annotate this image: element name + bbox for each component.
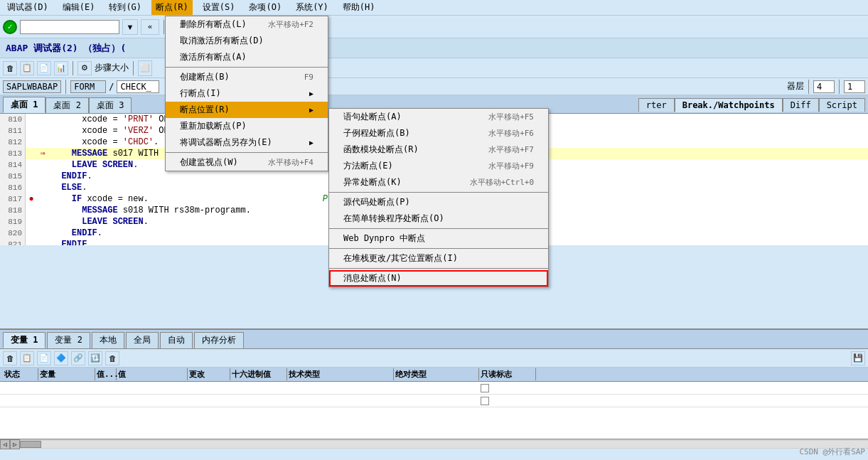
tab-extra-rter[interactable]: rter	[638, 98, 675, 112]
menu-line-bp[interactable]: 行断点(I) ▶	[166, 85, 328, 102]
submenu-sep1	[329, 192, 548, 193]
bottom-btn-delete[interactable]: 🗑	[3, 351, 17, 365]
submenu-method[interactable]: 方法断点(E) 水平移动+F9	[329, 158, 548, 174]
tab-desktop-1[interactable]: 桌面 1	[3, 97, 45, 113]
menu-reload[interactable]: 重新加载断点(P)	[166, 118, 328, 134]
sub-sep2	[133, 61, 134, 75]
submenu-simple-transform[interactable]: 在简单转换程序处断点(O)	[329, 210, 548, 227]
submenu-exception[interactable]: 异常处断点(K) 水平移动+Ctrl+0	[329, 174, 548, 191]
tab-variables-1[interactable]: 变量 1	[3, 332, 45, 348]
submenu-source[interactable]: 源代码处断点(P)	[329, 194, 548, 210]
sub-btn-2[interactable]: 📋	[20, 61, 34, 75]
sub-separator	[73, 61, 73, 75]
scroll-thumb[interactable]	[20, 441, 41, 448]
menu-sep2	[166, 152, 328, 153]
green-status-icon: ✓	[3, 20, 17, 34]
menubar-item-settings[interactable]: 设置(S)	[198, 0, 240, 15]
form-label-program: SAPLWBABAP	[3, 80, 61, 93]
scroll-left-btn[interactable]: ◁	[0, 439, 10, 449]
bottom-btn-4[interactable]: 🔷	[54, 351, 68, 365]
sub-btn-4[interactable]: 📊	[54, 61, 68, 75]
col-abs: 绝对类型	[394, 368, 479, 380]
sub-toolbar: 🗑 📋 📄 📊 ⚙ 步骤大小 ⬜	[0, 58, 868, 78]
app-title: ABAP 调试器(2) （独占）(	[0, 38, 868, 58]
layers-label: 器层	[787, 80, 804, 92]
menubar-item-debugger[interactable]: 调试器(D)	[3, 0, 53, 15]
table-row	[0, 382, 868, 395]
bottom-btn-6[interactable]: 🔃	[88, 351, 102, 365]
menu-bp-position[interactable]: 断点位置(R) ▶	[166, 102, 328, 118]
form-row: SAPLWBABAP FORM / CHECK_ 器层 4 1	[0, 78, 868, 95]
submenu-sep4	[329, 268, 548, 269]
submenu-message[interactable]: 消息处断点(N)	[329, 270, 548, 287]
bottom-btn-save[interactable]: 💾	[851, 351, 865, 365]
col-var: 变量	[38, 368, 95, 380]
scroll-track[interactable]	[20, 441, 868, 448]
menu-delete-all[interactable]: 删除所有断点(L) 水平移动+F2	[166, 16, 328, 33]
menu-create[interactable]: 创建断点(B) F9	[166, 69, 328, 85]
submenu-sep2	[329, 228, 548, 229]
menubar-item-breakpoint[interactable]: 断点(R)	[151, 0, 193, 15]
tab-memory[interactable]: 内存分析	[194, 332, 244, 348]
submenu-statement[interactable]: 语句处断点(A) 水平移动+F5	[329, 109, 548, 125]
menu-activate-all[interactable]: 激活所有断点(A)	[166, 49, 328, 65]
toolbar-separator1	[164, 20, 164, 34]
table-header: 状态 变量 值... 值 更改 十六进制值 技术类型 绝对类型 只读标志	[0, 368, 868, 382]
toolbar-input[interactable]	[20, 20, 119, 34]
form-sep3	[839, 80, 840, 94]
tab-break-watchpoints[interactable]: Break./Watchpoints	[675, 98, 783, 112]
table-row	[0, 395, 868, 407]
bottom-btn-7[interactable]: 🗑	[105, 351, 119, 365]
menubar-item-help[interactable]: 帮助(H)	[338, 0, 380, 15]
submenu-subroutine[interactable]: 子例程处断点(B) 水平移动+F6	[329, 125, 548, 141]
toolbar: ✓ ▼ « ⬛ ◁ ▷ 🖥 💾 ? ▦	[0, 16, 868, 38]
sub-btn-6[interactable]: ⬜	[138, 60, 152, 76]
form-label-form: FORM	[70, 80, 106, 93]
menubar-item-system[interactable]: 系统(Y)	[291, 0, 333, 15]
menubar: 调试器(D) 编辑(E) 转到(G) 断点(R) 设置(S) 杂项(O) 系统(…	[0, 0, 868, 16]
sub-btn-step[interactable]: ⚙	[77, 61, 92, 75]
bp-position-submenu: 语句处断点(A) 水平移动+F5 子例程处断点(B) 水平移动+F6 函数模块处…	[328, 108, 549, 287]
col-valdots: 值...	[95, 368, 117, 380]
bottom-btn-3[interactable]: 📄	[37, 351, 51, 365]
sub-btn-1[interactable]: 🗑	[3, 61, 17, 75]
menu-deactivate-all[interactable]: 取消激活所有断点(D)	[166, 33, 328, 49]
menubar-item-extras[interactable]: 杂项(O)	[245, 0, 286, 15]
breakpoint-menu: 删除所有断点(L) 水平移动+F2 取消激活所有断点(D) 激活所有断点(A) …	[165, 16, 328, 171]
form-num2: 1	[844, 80, 865, 93]
tab-local[interactable]: 本地	[92, 332, 124, 348]
tab-desktop-2[interactable]: 桌面 2	[45, 97, 88, 113]
submenu-web-dynpro[interactable]: Web Dynpro 中断点	[329, 230, 548, 247]
col-readonly: 只读标志	[479, 368, 536, 380]
bottom-btn-5[interactable]: 🔗	[71, 351, 85, 365]
watermark: CSDN @外行看SAP	[799, 446, 865, 457]
horizontal-scrollbar[interactable]: ◁ ▷	[0, 439, 868, 449]
form-label-slash: /	[109, 82, 114, 92]
menubar-item-edit[interactable]: 编辑(E)	[58, 0, 100, 15]
menu-sep1	[166, 67, 328, 68]
submenu-function[interactable]: 函数模块处断点(R) 水平移动+F7	[329, 141, 548, 158]
bottom-btn-2[interactable]: 📋	[20, 351, 34, 365]
tab-auto[interactable]: 自动	[160, 332, 193, 348]
scroll-right-btn[interactable]: ▷	[10, 439, 20, 449]
tab-diff[interactable]: Diff	[783, 98, 819, 112]
tab-desktop-3[interactable]: 桌面 3	[89, 97, 132, 113]
col-change: 更改	[188, 368, 230, 380]
tab-global[interactable]: 全局	[126, 332, 159, 348]
toolbar-nav-btn[interactable]: «	[141, 19, 159, 35]
toolbar-dropdown-btn[interactable]: ▼	[122, 19, 138, 35]
bottom-toolbar: 🗑 📋 📄 🔷 🔗 🔃 🗑 💾	[0, 349, 868, 368]
sub-btn-3[interactable]: 📄	[37, 61, 51, 75]
col-val: 值	[117, 368, 188, 380]
step-label: 步骤大小	[95, 62, 129, 74]
submenu-stack-change[interactable]: 在堆栈更改/其它位置断点(I)	[329, 250, 548, 267]
menubar-item-goto[interactable]: 转到(G)	[105, 0, 146, 15]
tab-variables-2[interactable]: 变量 2	[47, 332, 90, 348]
menu-save-as[interactable]: 将调试器断点另存为(E) ▶	[166, 134, 328, 151]
table-body	[0, 382, 868, 439]
form-sep1	[65, 80, 66, 94]
tab-script[interactable]: Script	[819, 98, 865, 112]
menu-create-watch[interactable]: 创建监视点(W) 水平移动+F4	[166, 154, 328, 171]
form-num1: 4	[813, 80, 835, 93]
form-input-check[interactable]: CHECK_	[117, 80, 159, 93]
